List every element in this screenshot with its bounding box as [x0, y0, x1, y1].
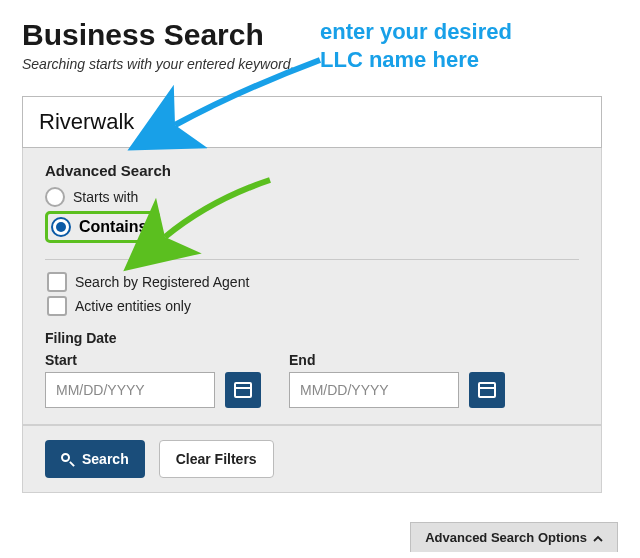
end-date-input[interactable]	[289, 372, 459, 408]
radio-contains[interactable]: Contains	[45, 211, 160, 243]
radio-label: Starts with	[73, 189, 138, 205]
filing-date-title: Filing Date	[45, 330, 579, 346]
radio-icon	[51, 217, 71, 237]
chevron-up-icon	[593, 530, 603, 545]
start-date-calendar-button[interactable]	[225, 372, 261, 408]
advanced-search-panel: Advanced Search Starts with Contains Sea…	[22, 148, 602, 425]
search-button[interactable]: Search	[45, 440, 145, 478]
search-icon	[61, 453, 74, 466]
start-date-input[interactable]	[45, 372, 215, 408]
divider	[45, 259, 579, 260]
calendar-icon	[234, 382, 252, 398]
checkbox-icon	[47, 296, 67, 316]
advanced-search-toggle[interactable]: Advanced Search Options	[410, 522, 618, 552]
checkbox-label: Search by Registered Agent	[75, 274, 249, 290]
search-button-label: Search	[82, 451, 129, 467]
search-input[interactable]	[22, 96, 602, 148]
calendar-icon	[478, 382, 496, 398]
toggle-label: Advanced Search Options	[425, 530, 587, 545]
advanced-search-title: Advanced Search	[45, 162, 579, 179]
radio-icon	[45, 187, 65, 207]
checkbox-active-only[interactable]: Active entities only	[45, 296, 579, 316]
radio-label: Contains	[79, 218, 147, 236]
end-date-calendar-button[interactable]	[469, 372, 505, 408]
checkbox-icon	[47, 272, 67, 292]
clear-filters-button[interactable]: Clear Filters	[159, 440, 274, 478]
annotation-text: enter your desired LLC name here	[320, 18, 512, 73]
checkbox-label: Active entities only	[75, 298, 191, 314]
checkbox-registered-agent[interactable]: Search by Registered Agent	[45, 272, 579, 292]
action-bar: Search Clear Filters	[22, 425, 602, 493]
end-date-label: End	[289, 352, 505, 368]
radio-starts-with[interactable]: Starts with	[45, 187, 579, 207]
filing-date-row: Start End	[45, 352, 579, 408]
start-date-label: Start	[45, 352, 261, 368]
